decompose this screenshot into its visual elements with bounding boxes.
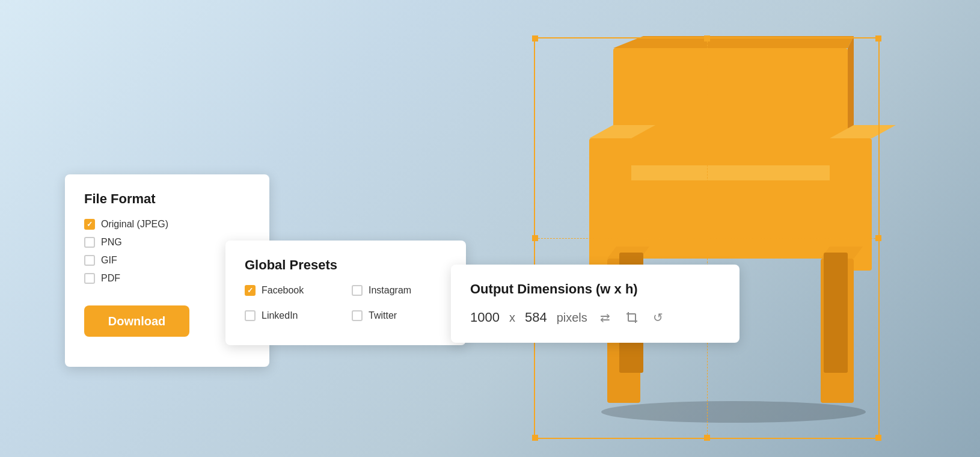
x-separator: x	[509, 311, 515, 325]
checkbox-gif[interactable]	[84, 255, 95, 266]
label-instagram[interactable]: Instagram	[369, 285, 411, 296]
global-presets-title: Global Presets	[245, 257, 447, 273]
output-dimensions-panel: Output Dimensions (w x h) 1000 x 584 pix…	[451, 265, 740, 343]
checkbox-png[interactable]	[84, 237, 95, 248]
svg-rect-16	[628, 314, 635, 321]
width-value[interactable]: 1000	[470, 310, 500, 325]
label-pdf[interactable]: PDF	[101, 273, 120, 284]
svg-marker-4	[598, 165, 863, 180]
label-gif[interactable]: GIF	[101, 255, 117, 266]
presets-grid: Facebook Instagram LinkedIn Twitter	[245, 285, 447, 328]
checkbox-pdf[interactable]	[84, 273, 95, 284]
svg-rect-0	[613, 48, 848, 180]
download-button[interactable]: Download	[84, 305, 189, 337]
preset-twitter[interactable]: Twitter	[352, 310, 447, 321]
swap-icon[interactable]: ⇄	[597, 309, 614, 326]
chair-image	[523, 12, 944, 445]
checkbox-jpeg[interactable]	[84, 219, 95, 230]
preset-linkedin[interactable]: LinkedIn	[245, 310, 340, 321]
svg-marker-1	[613, 36, 854, 48]
unit-label: pixels	[557, 311, 587, 325]
chair-area	[523, 12, 944, 445]
svg-point-15	[601, 401, 866, 423]
label-twitter[interactable]: Twitter	[369, 310, 397, 321]
preset-instagram[interactable]: Instagram	[352, 285, 447, 296]
checkbox-instagram[interactable]	[352, 285, 363, 296]
label-jpeg[interactable]: Original (JPEG)	[101, 219, 168, 230]
global-presets-panel: Global Presets Facebook Instagram Linked…	[225, 241, 466, 345]
dimensions-row: 1000 x 584 pixels ⇄ ↺	[470, 309, 720, 326]
svg-rect-14	[824, 253, 848, 373]
file-format-title: File Format	[84, 191, 250, 207]
label-png[interactable]: PNG	[101, 237, 122, 248]
checkbox-twitter[interactable]	[352, 310, 363, 321]
output-dims-title: Output Dimensions (w x h)	[470, 281, 720, 297]
preset-facebook[interactable]: Facebook	[245, 285, 340, 296]
label-facebook[interactable]: Facebook	[262, 285, 304, 296]
height-value[interactable]: 584	[525, 310, 547, 325]
format-option-jpeg[interactable]: Original (JPEG)	[84, 219, 250, 230]
crop-icon[interactable]	[623, 309, 640, 326]
reset-icon[interactable]: ↺	[650, 309, 667, 326]
checkbox-linkedin[interactable]	[245, 310, 256, 321]
checkbox-facebook[interactable]	[245, 285, 256, 296]
label-linkedin[interactable]: LinkedIn	[262, 310, 298, 321]
